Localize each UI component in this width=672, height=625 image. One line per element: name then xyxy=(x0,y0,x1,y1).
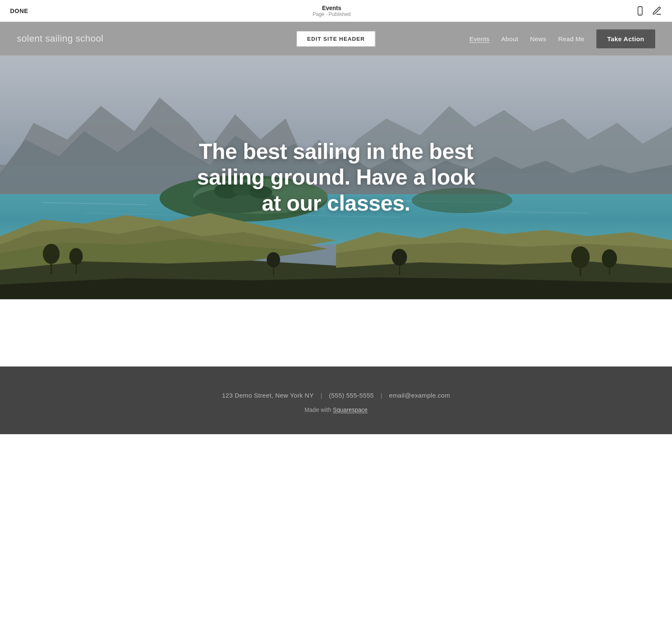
site-logo: solent sailing school xyxy=(17,33,103,44)
squarespace-link[interactable]: Squarespace xyxy=(333,406,368,413)
hero-section: The best sailing in the best sailing gro… xyxy=(0,55,672,299)
editor-bar-icons xyxy=(635,6,662,16)
editor-bar: DONE Events Page · Published xyxy=(0,0,672,22)
site-header: solent sailing school EDIT SITE HEADER E… xyxy=(0,22,672,55)
footer-contact: 123 Demo Street, New York NY | (555) 555… xyxy=(222,392,450,399)
hero-headline: The best sailing in the best sailing gro… xyxy=(189,139,483,216)
edit-pen-icon[interactable] xyxy=(652,6,662,16)
svg-rect-0 xyxy=(638,7,642,15)
done-button[interactable]: DONE xyxy=(10,8,28,14)
site-nav: Events About News Read Me Take Action xyxy=(470,29,655,48)
footer-divider-1: | xyxy=(320,392,322,399)
site-footer: 123 Demo Street, New York NY | (555) 555… xyxy=(0,367,672,434)
footer-made-with: Made with Squarespace xyxy=(304,406,368,413)
hero-text-container: The best sailing in the best sailing gro… xyxy=(172,139,500,216)
nav-link-read-me[interactable]: Read Me xyxy=(558,35,585,42)
cta-button[interactable]: Take Action xyxy=(596,29,655,48)
page-title: Events xyxy=(322,5,341,11)
nav-link-about[interactable]: About xyxy=(501,35,518,42)
nav-link-events[interactable]: Events xyxy=(470,35,490,42)
content-section xyxy=(0,299,672,367)
footer-address: 123 Demo Street, New York NY xyxy=(222,392,314,399)
footer-email: email@example.com xyxy=(389,392,450,399)
edit-site-header-button[interactable]: EDIT SITE HEADER xyxy=(297,31,375,47)
footer-made-with-text: Made with xyxy=(304,406,333,413)
nav-link-news[interactable]: News xyxy=(530,35,546,42)
footer-divider-2: | xyxy=(381,392,382,399)
page-status: Page · Published xyxy=(312,11,351,17)
footer-phone: (555) 555-5555 xyxy=(329,392,374,399)
editor-bar-center: Events Page · Published xyxy=(312,5,351,17)
mobile-preview-icon[interactable] xyxy=(635,6,645,16)
